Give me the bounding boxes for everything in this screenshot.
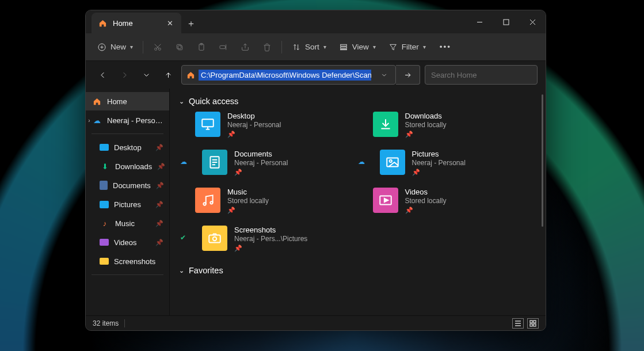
quick-access-item[interactable]: MusicStored locally📌: [195, 188, 358, 214]
chevron-right-icon[interactable]: ›: [85, 117, 93, 124]
sidebar-item-downloads[interactable]: ⬇ Downloads 📌: [86, 157, 169, 175]
pin-icon: 📌: [155, 220, 163, 227]
pin-icon: 📌: [155, 144, 163, 151]
address-path[interactable]: C:\ProgramData\Microsoft\Windows Defende…: [199, 70, 371, 81]
sort-icon: [292, 43, 301, 52]
sidebar-item-onedrive[interactable]: › ☁ Neeraj - Persona: [86, 111, 169, 129]
svg-point-21: [213, 237, 217, 241]
chevron-down-icon: ▾: [423, 44, 426, 50]
command-bar: New ▾ Sort ▾ View ▾ Filter ▾ •••: [86, 33, 546, 61]
folder-thumbnail: [380, 150, 405, 175]
search-input[interactable]: [431, 71, 528, 79]
cut-button[interactable]: [147, 37, 168, 57]
svg-rect-4: [178, 45, 182, 49]
address-history-button[interactable]: [375, 66, 393, 83]
large-icons-view-button[interactable]: [527, 318, 539, 329]
quick-access-item[interactable]: ✔ScreenshotsNeeraj - Pers...\Pictures📌: [195, 226, 358, 252]
tab-close-button[interactable]: ✕: [165, 17, 176, 30]
search-box[interactable]: [425, 65, 538, 85]
pin-icon: 📌: [155, 201, 163, 208]
more-button[interactable]: •••: [433, 37, 458, 57]
quick-access-item[interactable]: DownloadsStored locally📌: [373, 112, 536, 138]
folder-thumbnail: [195, 188, 220, 213]
folder-thumbnail: [202, 150, 227, 175]
address-bar[interactable]: C:\ProgramData\Microsoft\Windows Defende…: [181, 65, 396, 85]
view-switcher: [512, 318, 539, 329]
folder-icon: [100, 258, 109, 265]
svg-rect-13: [202, 119, 214, 127]
sidebar-item-music[interactable]: ♪ Music 📌: [86, 214, 169, 232]
quick-access-item[interactable]: DesktopNeeraj - Personal📌: [195, 112, 358, 138]
scrollbar[interactable]: [542, 94, 543, 227]
view-button[interactable]: View ▾: [333, 37, 382, 57]
separator: [92, 274, 163, 275]
quick-access-item[interactable]: VideosStored locally📌: [373, 188, 536, 214]
svg-rect-0: [504, 20, 509, 25]
filter-button-label: Filter: [402, 43, 419, 51]
sidebar-item-home[interactable]: Home: [86, 92, 169, 110]
separator: [124, 319, 125, 327]
music-icon: ♪: [100, 219, 110, 228]
back-button[interactable]: [94, 66, 111, 83]
chevron-down-icon: ▾: [323, 44, 326, 50]
separator: [143, 41, 143, 54]
group-header-favorites[interactable]: ⌄ Favorites: [179, 266, 535, 275]
sidebar-item-desktop[interactable]: Desktop 📌: [86, 138, 169, 157]
tab-home[interactable]: Home ✕: [92, 13, 181, 33]
delete-button[interactable]: [257, 37, 277, 57]
separator: [92, 133, 163, 134]
group-header-quick-access[interactable]: ⌄ Quick access: [179, 97, 535, 106]
sidebar-item-videos[interactable]: Videos 📌: [86, 233, 169, 251]
cut-icon: [153, 43, 162, 52]
rename-button[interactable]: [213, 37, 234, 57]
sidebar-item-label: Screenshots: [114, 257, 155, 266]
sort-button-label: Sort: [305, 43, 319, 51]
maximize-button[interactable]: [493, 10, 519, 33]
minimize-button[interactable]: [466, 10, 493, 33]
close-button[interactable]: [519, 10, 546, 33]
explorer-body: Home › ☁ Neeraj - Persona Desktop 📌 ⬇ Do…: [86, 89, 546, 315]
folder-thumbnail: [373, 188, 398, 213]
svg-point-16: [389, 160, 391, 162]
quick-access-item[interactable]: ☁DocumentsNeeraj - Personal📌: [195, 150, 358, 176]
home-icon: [92, 97, 102, 106]
details-view-button[interactable]: [512, 318, 524, 329]
sort-button[interactable]: Sort ▾: [286, 37, 332, 57]
svg-rect-10: [340, 47, 346, 48]
go-button[interactable]: [396, 65, 420, 85]
folder-icon: [100, 144, 109, 151]
item-location: Stored locally: [405, 197, 447, 205]
filter-icon: [388, 43, 398, 52]
new-button[interactable]: New ▾: [92, 37, 139, 57]
item-location: Neeraj - Personal: [227, 121, 281, 129]
sidebar-item-screenshots[interactable]: Screenshots: [86, 252, 169, 270]
sidebar-item-documents[interactable]: Documents 📌: [86, 176, 169, 194]
item-meta: VideosStored locally📌: [405, 188, 447, 214]
svg-point-3: [158, 48, 161, 50]
forward-button[interactable]: [116, 66, 133, 83]
pin-icon: 📌: [234, 245, 307, 252]
copy-button[interactable]: [169, 37, 190, 57]
svg-rect-25: [534, 324, 536, 326]
item-meta: DownloadsStored locally📌: [405, 112, 447, 138]
filter-button[interactable]: Filter ▾: [383, 37, 432, 57]
ellipsis-icon: •••: [440, 43, 451, 51]
item-location: Stored locally: [227, 197, 269, 205]
svg-rect-9: [340, 44, 346, 46]
pin-icon: 📌: [156, 182, 164, 189]
up-button[interactable]: [159, 66, 177, 83]
sidebar-item-label: Pictures: [114, 200, 141, 209]
document-icon: [100, 181, 108, 190]
new-tab-button[interactable]: ＋: [181, 14, 201, 33]
paste-button[interactable]: [191, 37, 212, 57]
item-location: Neeraj - Pers...\Pictures: [234, 235, 307, 243]
recent-locations-button[interactable]: [138, 66, 155, 83]
quick-access-item[interactable]: ☁PicturesNeeraj - Personal📌: [373, 150, 536, 176]
share-icon: [241, 43, 250, 52]
svg-rect-6: [199, 44, 204, 50]
svg-rect-22: [530, 321, 532, 323]
share-button[interactable]: [235, 37, 256, 57]
home-icon: [98, 19, 107, 28]
item-location: Neeraj - Personal: [412, 159, 466, 167]
sidebar-item-pictures[interactable]: Pictures 📌: [86, 195, 169, 213]
